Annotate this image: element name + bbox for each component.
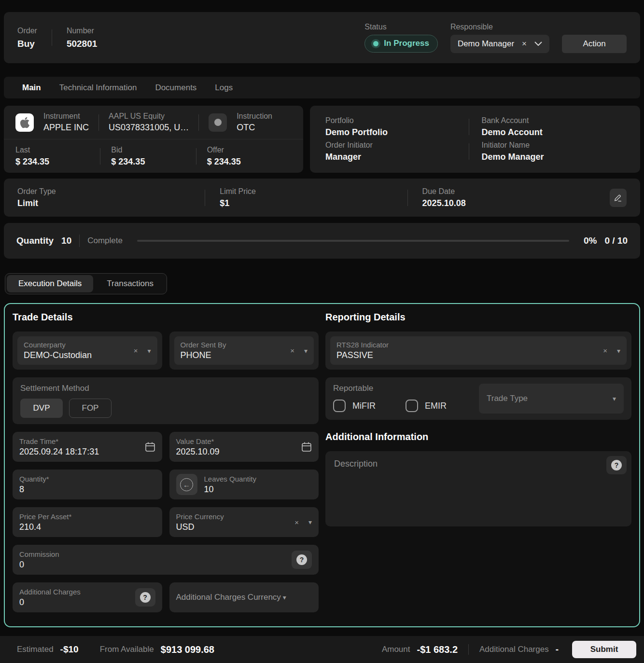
due-date-label: Due Date (422, 187, 610, 196)
trade-details-title: Trade Details (13, 312, 319, 323)
divider (469, 143, 469, 160)
emir-label: EMIR (425, 401, 447, 411)
additional-charges-label: Additional Charges (19, 588, 130, 596)
instruction-label: Instruction (237, 112, 272, 121)
reporting-details-column: Reporting Details RTS28 Indicator PASSIV… (325, 311, 631, 620)
number-label: Number (67, 27, 97, 35)
trade-time-label: Trade Time* (19, 437, 140, 445)
chevron-down-icon[interactable]: ▾ (147, 347, 151, 355)
emir-checkbox[interactable]: EMIR (406, 400, 447, 412)
tab-main[interactable]: Main (22, 83, 41, 93)
quantity-field-label: Quantity* (19, 475, 155, 483)
tab-documents[interactable]: Documents (155, 83, 196, 93)
clear-icon[interactable]: × (603, 347, 607, 354)
ticker-value: US0378331005, U… (109, 123, 189, 133)
divider (98, 114, 99, 131)
clear-icon[interactable]: × (134, 347, 138, 354)
mifir-checkbox[interactable]: MiFIR (333, 400, 376, 412)
additional-charges-field[interactable]: Additional Charges 0 ? (13, 582, 162, 612)
description-help-button[interactable]: ? (606, 456, 627, 474)
status-badge: In Progress (364, 35, 438, 53)
responsible-label: Responsible (450, 23, 549, 31)
footer-additional-charges-label: Additional Charges (479, 645, 549, 654)
limit-price-label: Limit Price (220, 187, 407, 196)
clear-icon[interactable]: × (294, 519, 299, 526)
trade-type-select[interactable]: Trade Type ▾ (479, 384, 624, 414)
additional-charges-currency-select[interactable]: Additional Charges Currency ▾ (169, 582, 319, 612)
additional-charges-help-button[interactable]: ? (135, 588, 155, 607)
divider (196, 148, 196, 165)
description-textarea[interactable] (330, 455, 627, 523)
divider (100, 148, 100, 165)
divider (79, 235, 80, 247)
mifir-label: MiFIR (352, 401, 376, 411)
value-date-field[interactable]: Value Date* 2025.10.09 (169, 432, 319, 462)
portfolio-value: Demo Portfolio (325, 127, 469, 138)
commission-value: 0 (19, 560, 287, 570)
tab-execution-details[interactable]: Execution Details (7, 275, 93, 292)
divider (205, 190, 205, 206)
last-price-group: Last $ 234.35 (15, 146, 100, 167)
bid-value: $ 234.35 (111, 157, 196, 167)
quantity-field-value: 8 (19, 484, 155, 495)
order-sent-by-field-card: Order Sent By PHONE × ▾ (169, 332, 319, 370)
order-type-value: Limit (17, 198, 205, 208)
price-currency-select[interactable]: Price Currency USD × ▾ (169, 507, 319, 537)
chevron-down-icon[interactable]: ▾ (617, 347, 620, 355)
trade-time-field[interactable]: Trade Time* 2025.09.24 18:17:31 (13, 432, 162, 462)
edit-button[interactable] (610, 189, 627, 207)
bank-account-value: Demo Account (482, 127, 625, 138)
dvp-button[interactable]: DVP (20, 399, 63, 418)
chevron-down-icon[interactable]: ▾ (283, 594, 286, 601)
reporting-details-title: Reporting Details (325, 312, 631, 323)
amount-label: Amount (382, 645, 410, 654)
tab-transactions[interactable]: Transactions (95, 275, 165, 292)
help-icon: ? (296, 554, 307, 565)
price-per-asset-field[interactable]: Price Per Asset* 210.4 (13, 507, 162, 537)
responsible-select[interactable]: Demo Manager × (450, 35, 549, 53)
chevron-down-icon[interactable]: ▾ (304, 347, 308, 355)
clear-icon[interactable]: × (290, 347, 294, 354)
price-currency-label: Price Currency (176, 512, 290, 521)
counterparty-value: DEMO-Custodian (24, 350, 129, 360)
commission-field[interactable]: Commission 0 ? (13, 545, 319, 575)
commission-help-button[interactable]: ? (292, 551, 312, 569)
instrument-group: Instrument APPLE INC (43, 112, 89, 133)
calendar-icon[interactable] (301, 442, 312, 452)
tab-technical-information[interactable]: Technical Information (59, 83, 137, 93)
order-initiator-label: Order Initiator (325, 141, 469, 150)
chevron-down-icon[interactable] (534, 41, 542, 46)
account-row-2: Order Initiator Manager Initiator Name D… (325, 141, 625, 162)
order-sent-by-select[interactable]: Order Sent By PHONE × ▾ (174, 336, 314, 365)
account-card: Portfolio Demo Portfolio Bank Account De… (310, 106, 640, 173)
from-available-label: From Available (100, 645, 154, 654)
chevron-down-icon[interactable]: ▾ (308, 518, 312, 526)
initiator-name-label: Initiator Name (482, 141, 625, 150)
footer-additional-charges-value: - (556, 644, 559, 655)
rts28-select[interactable]: RTS28 Indicator PASSIVE × ▾ (330, 336, 627, 365)
close-icon[interactable]: × (522, 40, 527, 48)
fop-button[interactable]: FOP (69, 399, 112, 418)
order-sent-by-label: Order Sent By (181, 341, 286, 349)
tab-logs[interactable]: Logs (215, 83, 233, 93)
calendar-icon[interactable] (145, 442, 155, 452)
limit-price-value: $1 (220, 198, 407, 208)
due-date-group: Due Date 2025.10.08 (422, 187, 610, 208)
divider (469, 119, 469, 135)
instrument-top-row: Instrument APPLE INC AAPL US Equity US03… (4, 106, 303, 139)
estimated-value: -$10 (60, 644, 79, 655)
bid-price-group: Bid $ 234.35 (111, 146, 196, 167)
instrument-value: APPLE INC (43, 123, 89, 133)
chevron-down-icon[interactable]: ▾ (613, 395, 616, 402)
settlement-method-label: Settlement Method (20, 384, 311, 393)
order-number-value: 502801 (67, 39, 97, 49)
counterparty-select[interactable]: Counterparty DEMO-Custodian × ▾ (17, 336, 157, 365)
status-dot-icon (373, 41, 378, 46)
order-page: Order Buy Number 502801 Status In Progre… (0, 0, 644, 663)
quantity-field[interactable]: Quantity* 8 (13, 470, 162, 499)
submit-button[interactable]: Submit (572, 641, 636, 658)
copy-leaves-quantity-button[interactable]: ← (176, 474, 197, 495)
trade-details-column: Trade Details Counterparty DEMO-Custodia… (13, 311, 319, 620)
complete-label: Complete (87, 236, 123, 246)
action-button[interactable]: Action (562, 35, 627, 53)
